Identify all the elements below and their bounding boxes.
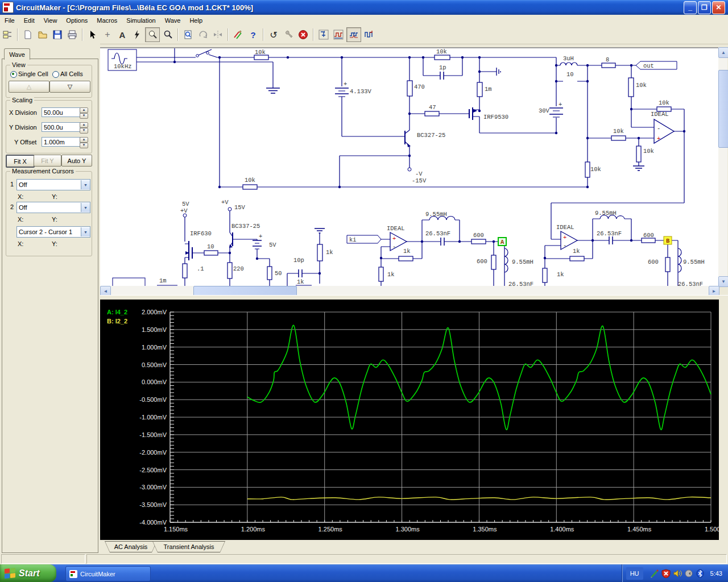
language-indicator[interactable]: HU <box>626 567 643 580</box>
svg-text:1k: 1k <box>297 278 304 285</box>
chevron-down-icon[interactable]: ▼ <box>81 203 90 212</box>
svg-text:-4.000mV: -4.000mV <box>139 519 167 526</box>
schematic-canvas[interactable]: A B 10kHz10k10k1p470471mIRF95304.133V+BC… <box>100 47 718 287</box>
svg-text:A: A <box>500 239 504 246</box>
cursor1-y-label: Y: <box>52 193 57 200</box>
svg-text:1.150ms: 1.150ms <box>164 526 188 533</box>
zoom-tool-icon[interactable] <box>145 27 160 42</box>
mute-icon[interactable] <box>684 569 693 578</box>
tab-transient-analysis[interactable]: Transient Analysis <box>152 541 225 552</box>
svg-text:-: - <box>657 125 660 132</box>
help-icon[interactable]: ? <box>246 28 260 41</box>
y-division-input[interactable] <box>42 122 80 132</box>
mirror-icon[interactable] <box>211 28 225 41</box>
place-part-icon[interactable]: + <box>101 28 114 41</box>
svg-text:10: 10 <box>207 243 214 250</box>
rotate-icon[interactable] <box>196 28 210 41</box>
scroll-down-icon[interactable]: ▼ <box>718 276 728 287</box>
run-simulation-bolt-icon[interactable] <box>130 28 144 41</box>
svg-text:1.500mV: 1.500mV <box>142 326 167 333</box>
save-file-icon[interactable] <box>51 28 64 41</box>
tab-wave[interactable]: Wave <box>4 48 30 60</box>
chevron-down-icon[interactable]: ▼ <box>81 180 90 189</box>
menu-edit[interactable]: Edit <box>19 16 39 25</box>
fit-x-button[interactable]: Fit X <box>6 155 35 168</box>
y-offset-input[interactable] <box>42 137 80 147</box>
auto-y-button[interactable]: Auto Y <box>61 155 92 167</box>
security-shield-icon[interactable] <box>661 569 671 578</box>
menu-wave[interactable]: Wave <box>160 16 185 25</box>
text-tool-icon[interactable]: A <box>115 28 129 41</box>
all-cells-radio[interactable] <box>52 71 59 78</box>
taskbar-task-circuitmaker[interactable]: CircuitMaker <box>65 566 151 581</box>
chevron-down-icon[interactable]: ▼ <box>81 227 90 236</box>
tab-ac-analysis[interactable]: AC Analysis <box>105 541 157 552</box>
open-file-icon[interactable] <box>36 28 49 41</box>
cursor2-select[interactable]: Off ▼ <box>16 202 90 213</box>
cell-down-button[interactable]: ▽ <box>49 81 90 93</box>
vscroll-thumb[interactable] <box>718 70 728 148</box>
print-icon[interactable] <box>65 28 79 41</box>
svg-text:10k: 10k <box>659 99 669 106</box>
minimize-button[interactable]: _ <box>684 1 697 14</box>
svg-text:BC337-25: BC337-25 <box>231 223 260 230</box>
cursors-legend: Measurement Cursors <box>10 168 76 174</box>
svg-text:-2.000mV: -2.000mV <box>139 449 167 456</box>
cursor2-num: 2 <box>10 203 14 210</box>
menu-macros[interactable]: Macros <box>92 16 122 25</box>
stop-simulation-icon[interactable] <box>296 28 310 41</box>
undo-icon[interactable]: ↺ <box>267 28 280 41</box>
toolbar: + A ? ↺ <box>0 26 728 44</box>
close-button[interactable]: ✕ <box>712 1 725 14</box>
svg-text:1.450ms: 1.450ms <box>627 526 652 533</box>
svg-text:-2.500mV: -2.500mV <box>139 467 167 473</box>
scroll-up-icon[interactable]: ▲ <box>718 47 728 58</box>
magnifier-icon[interactable] <box>161 28 175 41</box>
cursor-diff-select[interactable]: Cursor 2 - Cursor 1 ▼ <box>16 226 90 238</box>
svg-text:1.000mV: 1.000mV <box>142 344 167 351</box>
menu-options[interactable]: Options <box>61 16 92 25</box>
svg-text:+: + <box>259 233 262 240</box>
cursor1-select[interactable]: Off ▼ <box>16 179 90 190</box>
tablet-pen-icon[interactable] <box>650 569 659 578</box>
svg-text:26.53nF: 26.53nF <box>597 230 622 237</box>
x-division-input[interactable] <box>42 107 80 117</box>
restore-button[interactable]: ❒ <box>698 1 711 14</box>
svg-text:+V: +V <box>221 199 229 206</box>
single-cell-radio[interactable] <box>10 71 17 78</box>
svg-text:-3.500mV: -3.500mV <box>139 501 167 508</box>
cell-up-button[interactable]: △ <box>9 81 49 93</box>
svg-text:0.500mV: 0.500mV <box>142 361 167 368</box>
svg-text:47: 47 <box>429 104 436 111</box>
parts-browser-icon[interactable] <box>1 28 14 41</box>
svg-text:1k: 1k <box>326 249 333 256</box>
select-arrow-icon[interactable] <box>86 28 100 41</box>
waveform-plot[interactable]: 2.000mV1.500mV1.000mV0.500mV0.000mV-0.50… <box>100 300 719 540</box>
menu-file[interactable]: File <box>0 16 19 25</box>
menu-view[interactable]: View <box>39 16 62 25</box>
new-file-icon[interactable] <box>21 28 35 41</box>
out-net-flag[interactable] <box>636 61 677 69</box>
circuitmaker-icon <box>69 570 77 578</box>
fit-y-button[interactable]: Fit Y <box>34 155 61 167</box>
pulse-waveforms-icon[interactable] <box>362 28 376 41</box>
bluetooth-icon[interactable] <box>696 569 705 578</box>
volume-icon[interactable] <box>673 569 682 578</box>
y-division-spinner[interactable]: ▲▼ <box>80 122 88 134</box>
analog-waveforms-icon[interactable] <box>346 27 361 42</box>
y-offset-spinner[interactable]: ▲▼ <box>80 137 88 148</box>
find-part-icon[interactable] <box>181 28 195 41</box>
svg-text:50: 50 <box>275 270 282 277</box>
wire-edit-icon[interactable] <box>231 28 245 41</box>
settings-wrench-icon[interactable] <box>282 28 295 41</box>
menu-help[interactable]: Help <box>185 16 207 25</box>
svg-text:-: - <box>392 243 396 250</box>
svg-text:ki: ki <box>349 236 357 243</box>
x-division-spinner[interactable]: ▲▼ <box>80 107 88 119</box>
start-button[interactable]: Start <box>0 564 56 582</box>
digital-waveforms-icon[interactable] <box>332 28 345 41</box>
svg-text:30V: 30V <box>539 107 550 114</box>
scope-probe-icon[interactable] <box>317 28 330 41</box>
menu-simulation[interactable]: Simulation <box>122 16 160 25</box>
svg-text:IDEAL: IDEAL <box>651 111 669 118</box>
